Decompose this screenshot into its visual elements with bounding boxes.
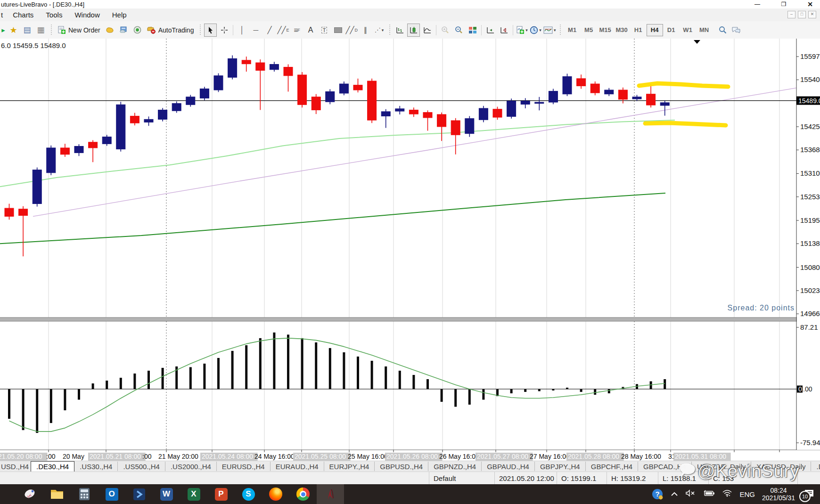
zoom-in-icon[interactable] [439, 24, 451, 37]
equidistant-channel-tool-icon[interactable]: ╱╱E [277, 24, 289, 37]
close-icon[interactable]: ✕ [803, 0, 817, 8]
symbol-tab-euraudh4[interactable]: EURAUD.,H4 [270, 462, 324, 471]
text-label-tool-icon[interactable]: T [318, 24, 331, 37]
timeframe-m30-button[interactable]: M30 [614, 24, 630, 36]
status-cell-profile[interactable]: Default [429, 472, 495, 485]
taskbar-skype-icon[interactable]: S [235, 484, 262, 504]
symbol-tab-gbpcadh4[interactable]: GBPCAD.,H4 [638, 462, 691, 471]
favorites-icon[interactable]: ★ [7, 24, 20, 37]
menu-item-charts[interactable]: Charts [7, 11, 40, 19]
taskbar-file-explorer-icon[interactable] [43, 484, 71, 504]
taskbar-powerpoint-icon[interactable]: P [207, 484, 235, 504]
periods-icon[interactable]: ▾ [529, 24, 542, 37]
parallel-lines-tool-icon[interactable]: ∥ [359, 24, 372, 37]
fibonacci-tool-icon[interactable]: ≡F [291, 24, 303, 37]
status-cell-high[interactable]: H: 15319.2 [607, 472, 658, 485]
symbol-tab-eurjpyh4[interactable]: EURJPY.,H4 [324, 462, 375, 471]
new-order-button[interactable]: New Order [55, 24, 103, 37]
shapes-tool-icon[interactable] [332, 24, 344, 37]
price-chart[interactable]: 15597.015540.015425.015368.015310.015253… [0, 39, 820, 461]
auto-scroll-icon[interactable] [484, 24, 497, 37]
pitchfork-tool-icon[interactable]: ╱╱D [345, 24, 359, 37]
autotrading-label: AutoTrading [158, 26, 194, 34]
cursor-tool-icon[interactable] [204, 24, 217, 37]
chart-shift-icon[interactable] [498, 24, 510, 37]
templates-icon[interactable]: ▾ [543, 24, 557, 37]
minimize-icon[interactable]: — [750, 0, 764, 8]
symbol-tab-de3c[interactable]: .DE3C [811, 462, 820, 471]
tray-chevron-up-icon[interactable] [671, 490, 678, 498]
taskbar-clock[interactable]: 08:24 2021/05/31 [762, 487, 795, 502]
status-cell-bar-time[interactable]: 2021.05.20 12:00 [495, 472, 557, 485]
child-close-icon[interactable]: ✕ [808, 11, 816, 18]
wallet-icon[interactable] [104, 24, 116, 37]
symbol-tab-gbpnzdh4[interactable]: GBPNZD.,H4 [428, 462, 481, 471]
tile-windows-icon[interactable] [466, 24, 479, 37]
taskbar-blue-arrow-app-icon[interactable] [125, 484, 153, 504]
symbol-tab-usdzardaily[interactable]: USDZAR.,Daily [691, 462, 751, 471]
battery-icon[interactable] [703, 490, 715, 498]
history-center-icon[interactable]: ▦ [34, 24, 47, 37]
trendline-tool-icon[interactable]: ╱ [263, 24, 276, 37]
taskbar-outlook-icon[interactable]: O [98, 484, 125, 504]
taskbar-firefox-icon[interactable] [262, 484, 289, 504]
timeframe-h4-button[interactable]: H4 [647, 24, 663, 36]
search-icon[interactable] [716, 24, 729, 37]
taskbar-chrome-icon[interactable] [289, 484, 317, 504]
cycle-lines-tool-icon[interactable]: ⋰▾ [373, 24, 385, 37]
line-chart-mode-icon[interactable] [421, 24, 434, 37]
wifi-icon[interactable] [722, 489, 732, 499]
timeframe-mn-button[interactable]: MN [696, 24, 713, 36]
symbol-tab-usdh4[interactable]: USD.,H4 [0, 462, 31, 471]
timeframe-w1-button[interactable]: W1 [680, 24, 696, 36]
timeframe-d1-button[interactable]: D1 [663, 24, 680, 36]
candlestick-mode-icon[interactable] [407, 24, 420, 37]
status-cell-open[interactable]: O: 15199.1 [557, 472, 607, 485]
notification-center-icon[interactable]: 10 [802, 487, 816, 501]
language-indicator[interactable]: ENG [739, 490, 755, 498]
taskbar-snipping-tool-icon[interactable]: ✂ [16, 484, 43, 504]
menu-item-clipped[interactable]: t [0, 11, 7, 19]
symbol-tab-de30h4[interactable]: .DE30.,H4 [31, 461, 74, 472]
horizontal-line-tool-icon[interactable]: ─ [249, 24, 262, 37]
autotrading-button[interactable]: AutoTrading [145, 24, 197, 37]
menu-item-window[interactable]: Window [68, 11, 106, 19]
crosshair-tool-icon[interactable] [218, 24, 230, 37]
zoom-out-icon[interactable] [452, 24, 465, 37]
help-tray-icon[interactable]: ? [651, 487, 664, 501]
symbol-tab-gbpchfh4[interactable]: GBPCHF.,H4 [585, 462, 638, 471]
indicators-icon[interactable]: ▾ [516, 24, 528, 37]
symbols-list-icon[interactable]: ▤ [21, 24, 33, 37]
taskbar-word-icon[interactable]: W [153, 484, 180, 504]
child-restore-icon[interactable]: □ [798, 11, 806, 18]
child-minimize-icon[interactable]: – [787, 11, 795, 18]
volume-muted-icon[interactable] [685, 489, 696, 499]
timeframe-h1-button[interactable]: H1 [630, 24, 647, 36]
timeframe-m15-button[interactable]: M15 [597, 24, 614, 36]
timeframe-m5-button[interactable]: M5 [581, 24, 597, 36]
timeframe-m1-button[interactable]: M1 [564, 24, 581, 36]
terminal-icon[interactable] [117, 24, 130, 37]
strategy-tester-icon[interactable] [131, 24, 144, 37]
taskbar-calculator-icon[interactable] [71, 484, 98, 504]
symbol-tab-gbpusdh4[interactable]: GBPUSD.,H4 [374, 462, 428, 471]
symbol-tab-eurusdh4[interactable]: EURUSD.,H4 [216, 462, 270, 471]
status-cell-low[interactable]: L: 15188.1 [658, 472, 709, 485]
status-cell-spacer [0, 472, 408, 485]
taskbar-metatrader-icon[interactable] [317, 484, 344, 504]
bar-chart-mode-icon[interactable] [394, 24, 406, 37]
symbol-tab-us2000h4[interactable]: .US2000.,H4 [165, 462, 216, 471]
symbol-tab-gbpaudh4[interactable]: GBPAUD.,H4 [481, 462, 534, 471]
symbol-tab-us30h4[interactable]: .US30.,H4 [74, 462, 117, 471]
menu-item-tools[interactable]: Tools [40, 11, 68, 19]
text-tool-icon[interactable]: A [304, 24, 317, 37]
vertical-line-tool-icon[interactable]: │ [236, 24, 248, 37]
chat-icon[interactable] [730, 24, 743, 37]
symbol-tab-gbpjpyh4[interactable]: GBPJPY.,H4 [534, 462, 585, 471]
symbol-tab-us500h4[interactable]: .US500.,H4 [117, 462, 165, 471]
restore-icon[interactable]: ❐ [777, 0, 791, 8]
symbol-tab-xauusddaily[interactable]: XAUUSD.,Daily [751, 462, 811, 471]
taskbar-excel-icon[interactable]: X [180, 484, 207, 504]
menu-item-help[interactable]: Help [106, 11, 133, 19]
status-cell-close[interactable]: C: 153 [709, 472, 798, 485]
